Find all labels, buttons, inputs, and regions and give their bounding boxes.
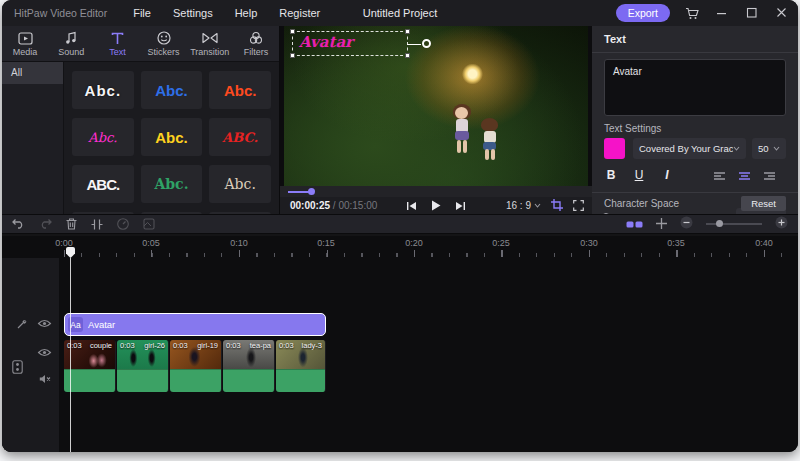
current-time: 00:00:25 xyxy=(290,200,330,211)
video-clip[interactable]: 0:03lady-3 xyxy=(276,340,326,392)
close-button[interactable] xyxy=(774,6,790,20)
overlay-text[interactable]: Avatar xyxy=(299,33,353,51)
selection-handle[interactable] xyxy=(405,53,410,58)
bold-button[interactable]: B xyxy=(604,168,618,182)
clip-duration: 0:03 xyxy=(279,341,294,350)
step-forward-button[interactable] xyxy=(455,201,466,211)
text-style-item[interactable]: Abc. xyxy=(72,71,134,109)
clip-name: girl-26 xyxy=(144,341,165,350)
text-style-item[interactable]: Abc. xyxy=(209,165,271,203)
selection-handle[interactable] xyxy=(290,29,295,34)
timeline-toolbar xyxy=(2,214,798,234)
maximize-button[interactable] xyxy=(744,6,760,20)
align-right-button[interactable] xyxy=(764,168,776,186)
cart-icon[interactable] xyxy=(684,6,700,20)
timeline-ruler[interactable]: 0:00 0:05 0:10 0:15 0:20 0:25 0:30 0:35 … xyxy=(2,236,798,258)
italic-button[interactable]: I xyxy=(660,168,674,182)
fullscreen-icon[interactable] xyxy=(573,197,584,215)
align-left-button[interactable] xyxy=(714,168,726,186)
menu-help[interactable]: Help xyxy=(235,7,258,19)
tab-media[interactable]: Media xyxy=(2,26,48,61)
text-style-item[interactable]: ABC. xyxy=(72,165,134,203)
seek-knob[interactable] xyxy=(308,188,315,195)
font-family-select[interactable]: Covered By Your Grace xyxy=(633,138,746,159)
clip-duration: 0:03 xyxy=(173,341,188,350)
tab-text[interactable]: Text xyxy=(94,26,140,61)
align-center-button[interactable] xyxy=(739,168,751,186)
sound-icon xyxy=(64,31,78,46)
text-styles-grid: Abc. Abc. Abc. Abc. Abc. ABC. ABC. Abc. … xyxy=(64,62,279,214)
text-content-input[interactable] xyxy=(604,59,786,116)
text-style-item[interactable]: Abc. xyxy=(72,118,134,156)
zoom-in-icon[interactable] xyxy=(775,215,788,233)
clip-name: girl-19 xyxy=(197,341,218,350)
category-all[interactable]: All xyxy=(2,62,63,84)
video-canvas[interactable]: Avatar xyxy=(284,26,588,186)
split-icon[interactable] xyxy=(91,219,103,230)
transition-icon xyxy=(202,31,218,46)
transport-bar: 00:00:25 / 00:15:00 16 : 9 xyxy=(280,197,592,214)
chevron-down-icon xyxy=(773,146,780,151)
tab-sound[interactable]: Sound xyxy=(48,26,94,61)
snap-toggle-icon[interactable] xyxy=(626,215,643,233)
pin-icon[interactable] xyxy=(16,319,27,330)
time-display: 00:00:25 / 00:15:00 xyxy=(290,200,377,211)
timeline-text-clip[interactable]: Aa Avatar xyxy=(64,313,326,336)
step-back-button[interactable] xyxy=(406,201,417,211)
text-overlay-selection[interactable]: Avatar xyxy=(292,31,408,56)
text-style-item[interactable]: Abc. xyxy=(141,71,203,109)
menu-register[interactable]: Register xyxy=(279,7,320,19)
tab-stickers[interactable]: Stickers xyxy=(141,26,187,61)
font-size-select[interactable]: 50 xyxy=(752,138,786,159)
inspector-panel: Text Text Settings Covered By Your Grace… xyxy=(592,26,798,214)
text-settings-label: Text Settings xyxy=(604,123,661,134)
menu-settings[interactable]: Settings xyxy=(173,7,213,19)
fit-timeline-icon[interactable] xyxy=(656,215,667,233)
aspect-ratio-select[interactable]: 16 : 9 xyxy=(506,200,541,211)
crop-clip-icon[interactable] xyxy=(143,218,155,230)
selection-handle[interactable] xyxy=(405,29,410,34)
video-track: 0:03couple 0:03girl-26 0:03girl-19 0:03t… xyxy=(2,340,798,392)
text-icon xyxy=(111,31,124,46)
underline-button[interactable]: U xyxy=(632,168,646,182)
zoom-out-icon[interactable] xyxy=(680,215,693,233)
tab-transition[interactable]: Transition xyxy=(187,26,233,61)
menu-file[interactable]: File xyxy=(133,7,151,19)
text-style-item[interactable]: Abc. xyxy=(141,118,203,156)
undo-icon[interactable] xyxy=(12,219,25,230)
text-track: Aa Avatar xyxy=(2,312,798,338)
minimize-button[interactable] xyxy=(714,6,730,20)
play-button[interactable] xyxy=(431,200,441,211)
selection-handle[interactable] xyxy=(290,53,295,58)
zoom-slider-knob[interactable] xyxy=(716,220,723,227)
video-clip[interactable]: 0:03girl-19 xyxy=(170,340,222,392)
video-clip[interactable]: 0:03girl-26 xyxy=(117,340,169,392)
video-clip[interactable]: 0:03tea-pa xyxy=(223,340,275,392)
export-button[interactable]: Export xyxy=(616,4,670,22)
timeline-zoom-slider[interactable] xyxy=(706,223,762,225)
clip-duration: 0:03 xyxy=(120,341,135,350)
redo-icon[interactable] xyxy=(39,219,52,230)
chevron-down-icon xyxy=(534,203,541,208)
text-style-item[interactable]: Abc. xyxy=(209,71,271,109)
doll-boy xyxy=(480,118,500,162)
speed-icon[interactable] xyxy=(117,218,129,230)
rotate-handle[interactable] xyxy=(422,39,431,48)
reset-button[interactable]: Reset xyxy=(741,196,786,211)
total-time: 00:15:00 xyxy=(338,200,377,211)
text-style-item[interactable]: ABC. xyxy=(209,118,271,156)
video-clip[interactable]: 0:03couple xyxy=(64,340,116,392)
crop-icon[interactable] xyxy=(551,197,563,215)
asset-panel: Media Sound Text Stickers Transition xyxy=(2,26,280,214)
font-color-swatch[interactable] xyxy=(604,138,625,159)
text-style-item[interactable]: Abc. xyxy=(141,165,203,203)
timeline: 0:00 0:05 0:10 0:15 0:20 0:25 0:30 0:35 … xyxy=(2,236,798,452)
seek-bar[interactable] xyxy=(280,186,592,197)
clip-audio xyxy=(117,369,168,392)
eye-icon[interactable] xyxy=(38,319,51,328)
speaker-muted-icon[interactable] xyxy=(39,374,51,384)
category-sidebar: All xyxy=(2,62,64,214)
eye-icon[interactable] xyxy=(38,348,51,357)
tab-filters[interactable]: Filters xyxy=(233,26,279,61)
delete-icon[interactable] xyxy=(66,218,77,230)
